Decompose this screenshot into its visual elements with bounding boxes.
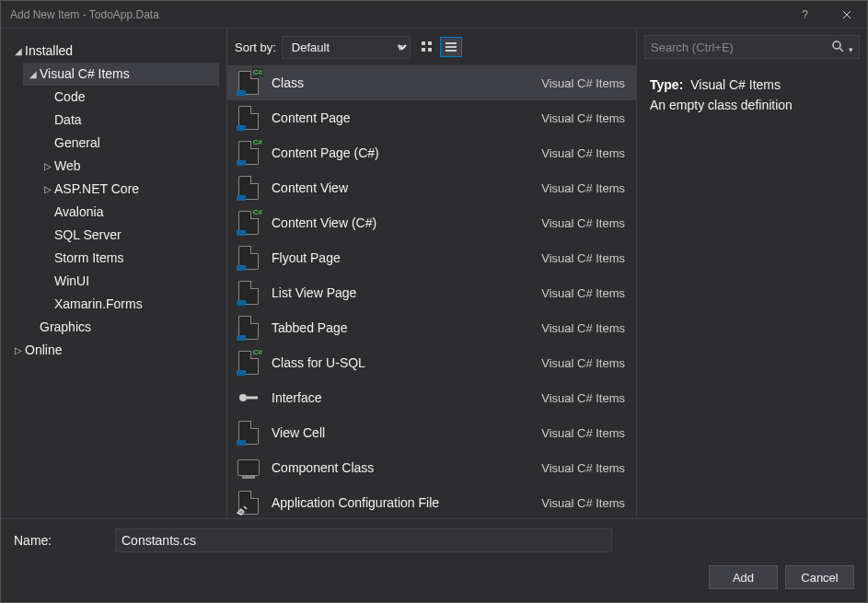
- template-row[interactable]: List View PageVisual C# Items: [227, 275, 636, 310]
- search-box[interactable]: ▾: [644, 35, 860, 59]
- template-name: Content Page (C#): [272, 145, 541, 160]
- tree-node-data[interactable]: Data: [38, 109, 219, 132]
- add-button[interactable]: Add: [709, 565, 778, 589]
- tree-label: Web: [54, 157, 81, 176]
- name-label: Name:: [14, 533, 115, 548]
- page-file-icon: [235, 174, 262, 202]
- template-row[interactable]: C#Content View (C#)Visual C# Items: [227, 205, 636, 240]
- template-row[interactable]: Content PageVisual C# Items: [227, 100, 636, 135]
- tree-node-avalonia[interactable]: Avalonia: [38, 201, 219, 224]
- tree-label: Code: [54, 87, 85, 107]
- sort-select[interactable]: Default: [282, 36, 411, 59]
- page-file-icon: [235, 314, 262, 342]
- class-file-icon: C#: [235, 349, 262, 377]
- template-category: Visual C# Items: [541, 251, 625, 265]
- tree-label: General: [54, 133, 100, 153]
- template-category: Visual C# Items: [541, 146, 625, 160]
- chevron-right-icon: ▷: [41, 180, 54, 199]
- template-panel: Sort by: Default ▼ C#ClassVisual C# Item…: [226, 29, 637, 518]
- chevron-down-icon: ◢: [12, 41, 25, 61]
- class-file-icon: C#: [235, 139, 262, 167]
- window-title: Add New Item - TodoApp.Data: [10, 8, 784, 21]
- template-row[interactable]: View CellVisual C# Items: [227, 415, 636, 450]
- page-file-icon: [235, 279, 262, 307]
- svg-point-7: [239, 394, 247, 401]
- template-row[interactable]: Tabbed PageVisual C# Items: [227, 310, 636, 345]
- template-name: Class: [272, 75, 541, 90]
- template-category: Visual C# Items: [541, 321, 625, 335]
- template-row[interactable]: Component ClassVisual C# Items: [227, 450, 636, 485]
- tree-label: Installed: [25, 41, 73, 61]
- name-input[interactable]: [115, 528, 612, 552]
- grid-icon: [421, 41, 434, 53]
- template-row[interactable]: Content ViewVisual C# Items: [227, 170, 636, 205]
- template-row[interactable]: Application Configuration FileVisual C# …: [227, 485, 636, 518]
- template-name: View Cell: [272, 425, 541, 440]
- template-category: Visual C# Items: [541, 76, 625, 90]
- template-row[interactable]: Flyout PageVisual C# Items: [227, 240, 636, 275]
- tree-label: Graphics: [40, 318, 91, 337]
- search-input[interactable]: [651, 41, 827, 54]
- interface-icon: [235, 384, 262, 412]
- tree-node-web[interactable]: ▷Web: [38, 155, 219, 178]
- template-name: Interface: [272, 390, 541, 405]
- svg-rect-2: [428, 41, 432, 45]
- tree-label: Avalonia: [54, 203, 103, 222]
- tree-node-online[interactable]: ▷ Online: [8, 339, 219, 362]
- close-button[interactable]: [826, 1, 867, 29]
- svg-rect-1: [422, 48, 425, 52]
- template-row[interactable]: C#Class for U-SQLVisual C# Items: [227, 345, 636, 380]
- template-list[interactable]: C#ClassVisual C# ItemsContent PageVisual…: [227, 65, 636, 518]
- help-button[interactable]: ?: [784, 1, 826, 29]
- type-value: Visual C# Items: [690, 77, 781, 92]
- tree-node-general[interactable]: General: [38, 132, 219, 155]
- tree-node-asp-net-core[interactable]: ▷ASP.NET Core: [38, 178, 219, 201]
- template-row[interactable]: InterfaceVisual C# Items: [227, 380, 636, 415]
- tree-label: Online: [25, 341, 62, 360]
- type-label: Type:: [650, 77, 683, 92]
- svg-rect-5: [446, 46, 457, 48]
- page-file-icon: [235, 104, 262, 132]
- tree-label: WinUI: [54, 272, 89, 291]
- config-file-icon: [235, 489, 262, 516]
- tree-label: SQL Server: [54, 226, 122, 245]
- svg-line-10: [839, 48, 843, 52]
- template-category: Visual C# Items: [541, 111, 625, 125]
- template-name: Content View (C#): [272, 215, 541, 230]
- template-category: Visual C# Items: [541, 356, 625, 370]
- template-name: Content View: [272, 180, 541, 195]
- template-description: An empty class definition: [650, 95, 854, 115]
- tree-node-xamarin-forms[interactable]: Xamarin.Forms: [38, 293, 219, 316]
- template-row[interactable]: C#ClassVisual C# Items: [227, 65, 636, 100]
- view-grid-button[interactable]: [416, 37, 438, 57]
- search-icon[interactable]: ▾: [827, 40, 853, 55]
- chevron-right-icon: ▷: [41, 157, 54, 176]
- tree-node-winui[interactable]: WinUI: [38, 270, 219, 293]
- tree-label: ASP.NET Core: [54, 180, 139, 199]
- svg-point-9: [833, 41, 840, 49]
- chevron-right-icon: ▷: [12, 341, 25, 360]
- details-panel: ▾ Type: Visual C# Items An empty class d…: [637, 29, 867, 518]
- cancel-button[interactable]: Cancel: [785, 565, 854, 589]
- tree-node-visual-csharp-items[interactable]: ◢ Visual C# Items: [23, 63, 219, 86]
- tree-label: Storm Items: [54, 249, 123, 268]
- template-name: Content Page: [272, 110, 541, 125]
- list-icon: [445, 41, 457, 53]
- tree-node-sql-server[interactable]: SQL Server: [38, 224, 219, 247]
- view-list-button[interactable]: [440, 37, 462, 57]
- svg-rect-3: [428, 48, 432, 52]
- tree-node-storm-items[interactable]: Storm Items: [38, 247, 219, 270]
- tree-label: Data: [54, 110, 82, 130]
- tree-node-graphics[interactable]: Graphics: [23, 316, 219, 339]
- template-category: Visual C# Items: [541, 391, 625, 405]
- tree-label: Xamarin.Forms: [54, 295, 143, 314]
- template-category: Visual C# Items: [541, 216, 625, 230]
- template-name: Component Class: [272, 460, 541, 475]
- sort-bar: Sort by: Default ▼: [227, 29, 636, 65]
- tree-node-code[interactable]: Code: [38, 86, 219, 109]
- category-tree: ◢ Installed ◢ Visual C# Items CodeDataGe…: [1, 29, 226, 518]
- tree-node-installed[interactable]: ◢ Installed: [8, 40, 219, 63]
- template-row[interactable]: C#Content Page (C#)Visual C# Items: [227, 135, 636, 170]
- svg-rect-0: [422, 41, 425, 45]
- bottom-panel: Name: Add Cancel: [1, 518, 867, 602]
